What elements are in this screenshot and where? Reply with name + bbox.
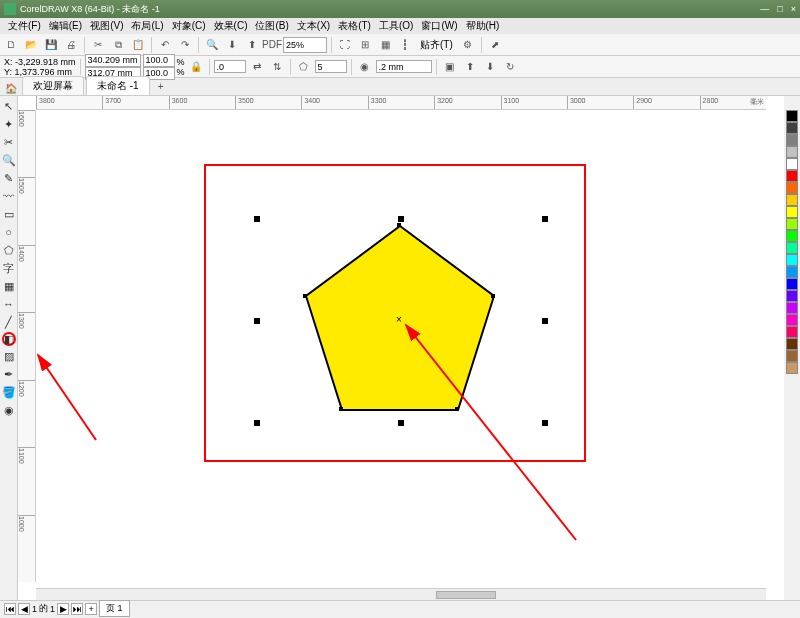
print-button[interactable]: 🖨 bbox=[62, 36, 80, 54]
page-tab[interactable]: 页 1 bbox=[99, 600, 130, 617]
rectangle-tool[interactable]: ▭ bbox=[1, 206, 17, 222]
page-navigator: ⏮ ◀ 1 的 1 ▶ ⏭ + 页 1 bbox=[0, 600, 800, 616]
svg-line-2 bbox=[406, 325, 576, 540]
paste-button[interactable]: 📋 bbox=[129, 36, 147, 54]
menubar: 文件(F) 编辑(E) 视图(V) 布局(L) 对象(C) 效果(C) 位图(B… bbox=[0, 18, 800, 34]
undo-button[interactable]: ↶ bbox=[156, 36, 174, 54]
mirror-v-icon[interactable]: ⇅ bbox=[268, 58, 286, 76]
freehand-tool[interactable]: ✎ bbox=[1, 170, 17, 186]
transparency-tool[interactable]: ▨ bbox=[1, 348, 17, 364]
separator bbox=[481, 37, 482, 53]
copy-button[interactable]: ⧉ bbox=[109, 36, 127, 54]
cut-button[interactable]: ✂ bbox=[89, 36, 107, 54]
titlebar: CorelDRAW X8 (64-Bit) - 未命名 -1 — □ × bbox=[0, 0, 800, 18]
search-button[interactable]: 🔍 bbox=[203, 36, 221, 54]
drawing-canvas[interactable] bbox=[36, 110, 766, 582]
new-button[interactable]: 🗋 bbox=[2, 36, 20, 54]
outline-tool[interactable]: ◉ bbox=[1, 402, 17, 418]
workspace: ↖ ✦ ✂ 🔍 ✎ 〰 ▭ ○ ⬠ 字 ▦ ↔ ╱ ◧ ▨ ✒ 🪣 ◉ 3800… bbox=[0, 96, 800, 600]
tab-document[interactable]: 未命名 -1 bbox=[86, 76, 150, 95]
width-pct-field[interactable] bbox=[143, 54, 175, 67]
separator bbox=[84, 37, 85, 53]
menu-table[interactable]: 表格(T) bbox=[334, 19, 375, 33]
pdf-button[interactable]: PDF bbox=[263, 36, 281, 54]
menu-effects[interactable]: 效果(C) bbox=[210, 19, 252, 33]
menu-tools[interactable]: 工具(O) bbox=[375, 19, 417, 33]
front-button[interactable]: ⬆ bbox=[461, 58, 479, 76]
property-toolbar: X: -3,229.918 mm Y: 1,373.796 mm %% 🔒 ⇄ … bbox=[0, 56, 800, 78]
wrap-button[interactable]: ▣ bbox=[441, 58, 459, 76]
menu-window[interactable]: 窗口(W) bbox=[417, 19, 461, 33]
mirror-h-icon[interactable]: ⇄ bbox=[248, 58, 266, 76]
minimize-icon[interactable]: — bbox=[760, 4, 769, 14]
width-field[interactable] bbox=[85, 54, 141, 67]
first-page-button[interactable]: ⏮ bbox=[4, 603, 16, 615]
dimension-tool[interactable]: ↔ bbox=[1, 296, 17, 312]
artistic-tool[interactable]: 〰 bbox=[1, 188, 17, 204]
add-page-button[interactable]: + bbox=[85, 603, 97, 615]
position-readout: X: -3,229.918 mm Y: 1,373.796 mm bbox=[4, 57, 76, 77]
next-page-button[interactable]: ▶ bbox=[57, 603, 69, 615]
open-button[interactable]: 📂 bbox=[22, 36, 40, 54]
horizontal-ruler[interactable]: 3800 3700 3600 3500 3400 3300 3200 3100 … bbox=[36, 96, 766, 110]
sides-field[interactable] bbox=[315, 60, 347, 73]
export-button[interactable]: ⬆ bbox=[243, 36, 261, 54]
new-tab-button[interactable]: + bbox=[152, 77, 170, 95]
zoom-tool[interactable]: 🔍 bbox=[1, 152, 17, 168]
page-current: 1 bbox=[32, 604, 37, 614]
last-page-button[interactable]: ⏭ bbox=[71, 603, 83, 615]
options-button[interactable]: ⚙ bbox=[459, 36, 477, 54]
rotation-field[interactable] bbox=[214, 60, 246, 73]
page-total: 1 bbox=[50, 604, 55, 614]
menu-text[interactable]: 文本(X) bbox=[293, 19, 334, 33]
menu-help[interactable]: 帮助(H) bbox=[462, 19, 504, 33]
document-tabs: 🏠 欢迎屏幕 未命名 -1 + bbox=[0, 78, 800, 96]
menu-bitmap[interactable]: 位图(B) bbox=[251, 19, 292, 33]
rulers-button[interactable]: ⊞ bbox=[356, 36, 374, 54]
shape-tool[interactable]: ✦ bbox=[1, 116, 17, 132]
eyedropper-tool[interactable]: ✒ bbox=[1, 366, 17, 382]
fullscreen-button[interactable]: ⛶ bbox=[336, 36, 354, 54]
connector-tool[interactable]: ╱ bbox=[1, 314, 17, 330]
redo-button[interactable]: ↷ bbox=[176, 36, 194, 54]
snap-dropdown[interactable]: 贴齐(T) bbox=[416, 38, 457, 52]
page-of-label: 的 bbox=[39, 602, 48, 615]
ruler-unit-label: 毫米 bbox=[750, 97, 764, 107]
crop-tool[interactable]: ✂ bbox=[1, 134, 17, 150]
separator bbox=[151, 37, 152, 53]
vertical-ruler[interactable]: 1600 1500 1400 1300 1200 1100 1000 bbox=[18, 110, 36, 582]
outline-width-field[interactable] bbox=[376, 60, 432, 73]
close-icon[interactable]: × bbox=[791, 4, 796, 14]
scrollbar-thumb[interactable] bbox=[436, 591, 496, 599]
convert-curves-button[interactable]: ↻ bbox=[501, 58, 519, 76]
text-tool[interactable]: 字 bbox=[1, 260, 17, 276]
menu-view[interactable]: 视图(V) bbox=[86, 19, 127, 33]
home-icon[interactable]: 🏠 bbox=[4, 81, 18, 95]
pick-tool[interactable]: ↖ bbox=[1, 98, 17, 114]
horizontal-scrollbar[interactable] bbox=[36, 588, 766, 600]
zoom-field[interactable] bbox=[283, 37, 327, 53]
polygon-tool[interactable]: ⬠ bbox=[1, 242, 17, 258]
guides-button[interactable]: ┇ bbox=[396, 36, 414, 54]
menu-file[interactable]: 文件(F) bbox=[4, 19, 45, 33]
toolbox: ↖ ✦ ✂ 🔍 ✎ 〰 ▭ ○ ⬠ 字 ▦ ↔ ╱ ◧ ▨ ✒ 🪣 ◉ bbox=[0, 96, 18, 600]
fill-tool[interactable]: 🪣 bbox=[1, 384, 17, 400]
import-button[interactable]: ⬇ bbox=[223, 36, 241, 54]
tab-welcome[interactable]: 欢迎屏幕 bbox=[22, 76, 84, 95]
polygon-icon[interactable]: ⬠ bbox=[295, 58, 313, 76]
save-button[interactable]: 💾 bbox=[42, 36, 60, 54]
launch-button[interactable]: ⬈ bbox=[486, 36, 504, 54]
menu-edit[interactable]: 编辑(E) bbox=[45, 19, 86, 33]
prev-page-button[interactable]: ◀ bbox=[18, 603, 30, 615]
outline-icon[interactable]: ◉ bbox=[356, 58, 374, 76]
back-button[interactable]: ⬇ bbox=[481, 58, 499, 76]
separator bbox=[198, 37, 199, 53]
ellipse-tool[interactable]: ○ bbox=[1, 224, 17, 240]
dropshadow-tool[interactable]: ◧ bbox=[2, 332, 16, 346]
table-tool[interactable]: ▦ bbox=[1, 278, 17, 294]
menu-object[interactable]: 对象(C) bbox=[168, 19, 210, 33]
menu-layout[interactable]: 布局(L) bbox=[127, 19, 167, 33]
grid-button[interactable]: ▦ bbox=[376, 36, 394, 54]
maximize-icon[interactable]: □ bbox=[777, 4, 782, 14]
lock-ratio-icon[interactable]: 🔒 bbox=[187, 58, 205, 76]
